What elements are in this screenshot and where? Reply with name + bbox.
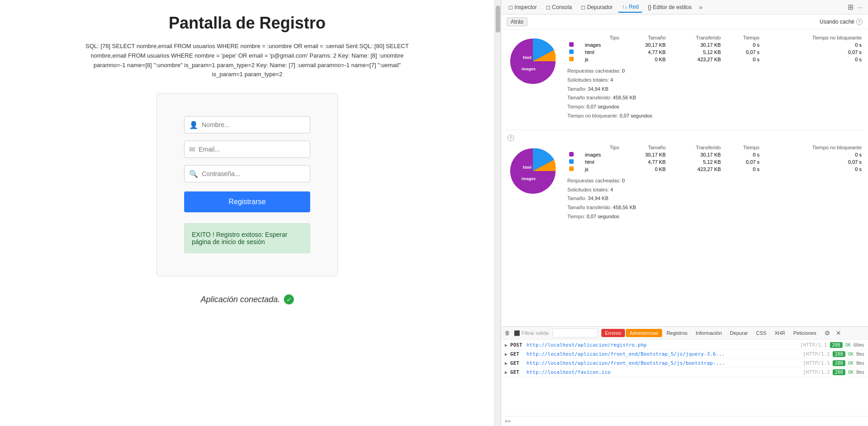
console-panel: 🗑 ⬛ Filtrar salida Errores Advertencias … bbox=[501, 326, 868, 426]
filter-icon: ⬛ Filtrar salida bbox=[514, 330, 549, 336]
email-input[interactable] bbox=[199, 141, 305, 157]
expand-arrow[interactable]: ▶ bbox=[505, 343, 507, 348]
table-row: images 30,17 KB 30,17 KB 0 s 0 s bbox=[567, 151, 863, 158]
svg-text:html: html bbox=[523, 55, 532, 60]
cached-summary: Respuestas cacheadas: 0Solicitudes total… bbox=[567, 67, 863, 121]
registration-form-card: 👤 ✉ 🔍 Registrarse EXITO ! Registro exito… bbox=[156, 93, 338, 276]
user-icon: 👤 bbox=[189, 121, 198, 129]
entry-url: http://localhost/aplicacion/front_end/Bo… bbox=[527, 360, 800, 366]
tab-errores[interactable]: Errores bbox=[601, 329, 625, 337]
http-method: GET bbox=[510, 360, 524, 366]
http-method: POST bbox=[510, 342, 524, 348]
no-cache-summary: Respuestas cacheadas: 0Solicitudes total… bbox=[567, 176, 863, 221]
info-icon[interactable]: ? bbox=[856, 19, 863, 25]
time-badge: 0ms bbox=[856, 352, 864, 357]
table-row: js 0 KB 423,27 KB 0 s 0 s bbox=[567, 56, 863, 63]
sql-debug-text: SQL: [76] SELECT nombre,email FROM usuar… bbox=[84, 42, 410, 79]
filter-input[interactable] bbox=[552, 328, 598, 338]
no-cache-pie-chart: html images bbox=[506, 144, 560, 198]
list-item[interactable]: ▶ GET http://localhost/aplicacion/front_… bbox=[501, 359, 868, 368]
options-button[interactable]: ··· bbox=[855, 4, 864, 11]
expand-arrow[interactable]: ▶ bbox=[505, 352, 507, 357]
entry-url: http://localhost/aplicacion/registro.php bbox=[527, 342, 797, 348]
more-tabs-button[interactable]: » bbox=[697, 4, 704, 11]
scrollbar[interactable] bbox=[494, 0, 501, 426]
no-cache-chart-row: html images Tipo Tamaño Tra bbox=[506, 144, 863, 221]
cached-pie-chart: html images bbox=[506, 34, 560, 88]
status-badge: 200 bbox=[833, 351, 845, 357]
trash-icon[interactable]: 🗑 bbox=[505, 330, 510, 336]
no-cache-chart-stats: Tipo Tamaño Transferido Tiempo Tiempo no… bbox=[567, 144, 863, 221]
back-button[interactable]: Atrás bbox=[507, 17, 527, 26]
tab-css[interactable]: CSS bbox=[752, 329, 770, 337]
tab-registros[interactable]: Registros bbox=[663, 329, 691, 337]
protocol-badge: [HTTP/1.1 bbox=[800, 342, 827, 348]
list-item[interactable]: ▶ GET http://localhost/aplicacion/front_… bbox=[501, 350, 868, 359]
nombre-input[interactable] bbox=[202, 117, 305, 133]
password-input-group: 🔍 bbox=[184, 165, 310, 182]
entry-url: http://localhost/favicon.ico bbox=[527, 369, 800, 375]
network-panel: Atrás Usando caché ? html bbox=[501, 15, 868, 426]
console-close-button[interactable]: ✕ bbox=[835, 328, 842, 338]
status-text: OK bbox=[848, 361, 853, 366]
expand-arrow[interactable]: ▶ bbox=[505, 361, 507, 366]
key-icon: 🔍 bbox=[189, 170, 198, 178]
devtools-panel: ◻ Inspector ◻ Consola ◻ Depurador ↑↓ Red… bbox=[501, 0, 868, 426]
status-badge: 200 bbox=[833, 360, 845, 366]
console-settings-button[interactable]: ⚙ bbox=[824, 328, 831, 338]
register-button[interactable]: Registrarse bbox=[184, 191, 310, 212]
console-tabs: Errores Advertencias Registros Informaci… bbox=[601, 329, 820, 337]
success-message: EXITO ! Registro exitoso: Esperar página… bbox=[184, 223, 310, 253]
tab-xhr[interactable]: XHR bbox=[771, 329, 789, 337]
app-status: Aplicación conectada. ✓ bbox=[200, 294, 293, 304]
tab-informacion[interactable]: Información bbox=[692, 329, 725, 337]
tab-inspector[interactable]: ◻ Inspector bbox=[505, 2, 541, 12]
svg-text:images: images bbox=[522, 176, 536, 181]
cached-chart-stats: Tipo Tamaño Transferido Tiempo Tiempo no… bbox=[567, 34, 863, 121]
tab-peticiones[interactable]: Peticiones bbox=[790, 329, 820, 337]
protocol-badge: [HTTP/1.1 bbox=[803, 360, 830, 366]
no-cache-info-icon[interactable]: ? bbox=[507, 135, 514, 141]
main-content: Pantalla de Registro SQL: [76] SELECT no… bbox=[0, 0, 494, 426]
dock-button[interactable]: ⊞ bbox=[848, 3, 853, 11]
http-method: GET bbox=[510, 351, 524, 357]
tab-editor-estilos[interactable]: {} Editor de estilos bbox=[644, 2, 695, 12]
expand-arrow[interactable]: ▶ bbox=[505, 370, 507, 375]
page-title: Pantalla de Registro bbox=[169, 14, 326, 33]
time-badge: 66ms bbox=[853, 343, 864, 348]
check-icon: ✓ bbox=[284, 294, 294, 304]
tab-advertencias[interactable]: Advertencias bbox=[626, 329, 662, 337]
cached-chart-section: html images Tipo Tamaño Tra bbox=[506, 34, 863, 121]
no-cache-stats-table: Tipo Tamaño Transferido Tiempo Tiempo no… bbox=[567, 144, 863, 173]
tab-red[interactable]: ↑↓ Red bbox=[618, 2, 642, 13]
using-cache-section: Usando caché ? bbox=[819, 19, 863, 25]
tab-consola[interactable]: ◻ Consola bbox=[542, 2, 575, 12]
no-cache-chart-section: ? html images bbox=[506, 135, 863, 221]
svg-text:html: html bbox=[523, 165, 532, 170]
password-input[interactable] bbox=[202, 166, 305, 182]
time-badge: 0ms bbox=[856, 361, 864, 366]
tab-depurar[interactable]: Depurar bbox=[727, 329, 752, 337]
time-badge: 0ms bbox=[856, 370, 864, 375]
table-row: images 30,17 KB 30,17 KB 0 s 0 s bbox=[567, 41, 863, 49]
status-text: OK bbox=[848, 370, 853, 375]
svg-text:images: images bbox=[522, 67, 536, 71]
protocol-badge: [HTTP/1.2 bbox=[803, 369, 830, 375]
charts-area: html images Tipo Tamaño Tra bbox=[501, 29, 868, 326]
console-more-button[interactable]: >> bbox=[501, 416, 868, 426]
protocol-badge: [HTTP/1.1 bbox=[803, 351, 830, 357]
network-content: html images Tipo Tamaño Tra bbox=[501, 29, 868, 326]
table-row: html 4,77 KB 5,12 KB 0,07 s 0,07 s bbox=[567, 49, 863, 56]
tab-depurador[interactable]: ◻ Depurador bbox=[577, 2, 616, 12]
console-entries: ▶ POST http://localhost/aplicacion/regis… bbox=[501, 340, 868, 416]
nombre-input-group: 👤 bbox=[184, 116, 310, 133]
list-item[interactable]: ▶ GET http://localhost/favicon.ico [HTTP… bbox=[501, 368, 868, 377]
console-toolbar: 🗑 ⬛ Filtrar salida Errores Advertencias … bbox=[501, 327, 868, 340]
cached-chart-row: html images Tipo Tamaño Tra bbox=[506, 34, 863, 121]
table-row: html 4,77 KB 5,12 KB 0,07 s 0,07 s bbox=[567, 158, 863, 166]
devtools-toolbar: ◻ Inspector ◻ Consola ◻ Depurador ↑↓ Red… bbox=[501, 0, 868, 15]
list-item[interactable]: ▶ POST http://localhost/aplicacion/regis… bbox=[501, 341, 868, 350]
no-cache-label: ? bbox=[506, 135, 863, 141]
entry-url: http://localhost/aplicacion/front_end/Bo… bbox=[527, 351, 800, 357]
scroll-thumb[interactable] bbox=[496, 5, 500, 33]
